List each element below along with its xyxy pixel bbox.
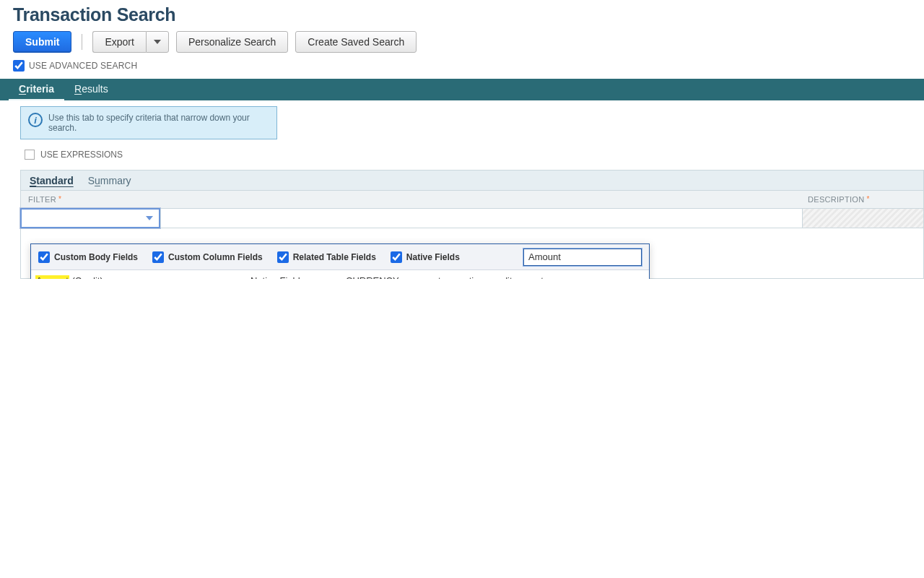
use-expressions-label: USE EXPRESSIONS xyxy=(40,150,123,160)
field-picker-results: Amount (Credit)Native FieldCURRENCYtrans… xyxy=(31,270,649,279)
subtab-hot: u xyxy=(95,175,100,186)
filter-headers-row: FILTER* DESCRIPTION* xyxy=(20,190,924,209)
field-picker-toolbar: Custom Body Fields Custom Column Fields … xyxy=(31,244,649,270)
subtab-hot: S xyxy=(30,175,36,186)
dropdown-triangle-icon xyxy=(146,216,153,220)
filter-input-row xyxy=(20,209,924,228)
personalize-search-button[interactable]: Personalize Search xyxy=(176,31,288,53)
filter-related-table-checkbox[interactable] xyxy=(277,251,289,263)
filter-custom-column-label: Custom Column Fields xyxy=(168,252,263,262)
tab-hotkey-letter: R xyxy=(74,83,82,95)
filter-native-fields-group[interactable]: Native Fields xyxy=(391,251,460,263)
filter-empty-area xyxy=(160,209,802,228)
create-saved-search-button[interactable]: Create Saved Search xyxy=(295,31,417,53)
filter-custom-body-checkbox[interactable] xyxy=(38,251,50,263)
field-datatype-cell: CURRENCY xyxy=(346,275,438,280)
filter-custom-column-group[interactable]: Custom Column Fields xyxy=(152,251,263,263)
caret-down-icon xyxy=(154,40,161,44)
required-star-icon: * xyxy=(58,195,61,203)
criteria-hint: i Use this tab to specify criteria that … xyxy=(20,106,277,139)
field-picker-row[interactable]: Amount (Credit)Native FieldCURRENCYtrans… xyxy=(31,270,649,279)
filter-field-select[interactable] xyxy=(20,208,160,228)
field-name-cell: Amount (Credit) xyxy=(34,275,250,280)
filter-related-table-group[interactable]: Related Table Fields xyxy=(277,251,376,263)
header-description: DESCRIPTION xyxy=(808,195,864,204)
highlight-term: Amount xyxy=(35,275,69,280)
tab-criteria[interactable]: Criteria xyxy=(9,79,64,100)
criteria-hint-text: Use this tab to specify criteria that na… xyxy=(48,113,269,133)
field-picker-search-input[interactable] xyxy=(523,249,642,266)
tab-rest: esults xyxy=(82,83,108,95)
tab-rest: riteria xyxy=(26,83,54,95)
field-type-cell: Native Field xyxy=(250,275,346,280)
subtab-pre: S xyxy=(88,175,95,186)
use-advanced-search-checkbox[interactable] xyxy=(13,60,25,72)
criteria-subtabs: Standard Summary xyxy=(20,170,924,190)
filter-custom-body-label: Custom Body Fields xyxy=(54,252,138,262)
filter-related-table-label: Related Table Fields xyxy=(293,252,376,262)
header-filter: FILTER xyxy=(28,195,56,204)
info-icon: i xyxy=(28,113,43,127)
criteria-results-tabs: Criteria Results xyxy=(0,79,924,100)
filter-description-cell xyxy=(802,209,923,228)
filter-native-fields-label: Native Fields xyxy=(406,252,460,262)
field-picker-dropdown: Custom Body Fields Custom Column Fields … xyxy=(30,243,650,279)
export-menu-button[interactable] xyxy=(146,31,169,53)
use-advanced-search-row: USE ADVANCED SEARCH xyxy=(0,60,924,72)
page-title: Transaction Search xyxy=(0,0,924,31)
filter-custom-body-group[interactable]: Custom Body Fields xyxy=(38,251,138,263)
tab-hotkey-letter: C xyxy=(19,83,26,95)
top-toolbar: Submit Export Personalize Search Create … xyxy=(0,31,924,60)
tab-results[interactable]: Results xyxy=(64,79,118,100)
use-advanced-search-label: USE ADVANCED SEARCH xyxy=(29,61,137,71)
filter-native-fields-checkbox[interactable] xyxy=(391,251,402,263)
export-button[interactable]: Export xyxy=(92,31,145,53)
field-id-cell: transaction_creditamount xyxy=(438,275,646,280)
submit-button[interactable]: Submit xyxy=(13,31,71,53)
use-expressions-row: USE EXPRESSIONS xyxy=(0,139,924,167)
use-expressions-checkbox[interactable] xyxy=(25,150,35,160)
subtab-rest: tandard xyxy=(36,175,73,186)
toolbar-separator xyxy=(82,34,82,50)
filter-custom-column-checkbox[interactable] xyxy=(152,251,164,263)
subtab-summary[interactable]: Summary xyxy=(88,175,131,186)
required-star-icon: * xyxy=(866,195,869,203)
subtab-rest: mmary xyxy=(100,175,131,186)
subtab-standard[interactable]: Standard xyxy=(30,175,74,186)
field-name-rest: (Credit) xyxy=(69,275,103,280)
